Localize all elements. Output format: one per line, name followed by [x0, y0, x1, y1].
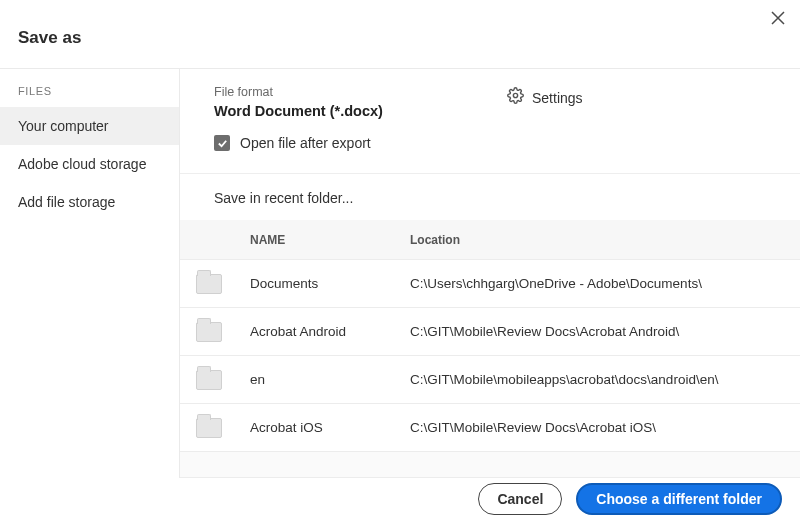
close-button[interactable]	[768, 8, 788, 28]
row-location: C:\GIT\Mobile\Review Docs\Acrobat iOS\	[410, 420, 800, 435]
sidebar-item-label: Your computer	[18, 118, 109, 134]
header-location: Location	[410, 233, 800, 247]
close-icon	[771, 11, 785, 25]
cancel-label: Cancel	[497, 491, 543, 507]
sidebar-heading: FILES	[0, 69, 179, 107]
settings-button[interactable]: Settings	[507, 85, 800, 108]
settings-label: Settings	[532, 90, 583, 106]
folder-icon	[196, 322, 222, 342]
main-panel: File format Word Document (*.docx) Setti…	[180, 69, 800, 478]
row-name: Acrobat Android	[250, 324, 410, 339]
folder-icon	[196, 418, 222, 438]
svg-point-0	[513, 93, 517, 97]
sidebar: FILES Your computer Adobe cloud storage …	[0, 69, 180, 478]
choose-label: Choose a different folder	[596, 491, 762, 507]
recent-folders-table: NAME Location Documents C:\Users\chhgarg…	[180, 220, 800, 478]
dialog-footer: Cancel Choose a different folder	[478, 483, 782, 515]
row-location: C:\Users\chhgarg\OneDrive - Adobe\Docume…	[410, 276, 800, 291]
sidebar-item-label: Add file storage	[18, 194, 115, 210]
choose-folder-button[interactable]: Choose a different folder	[576, 483, 782, 515]
table-empty-row	[180, 452, 800, 478]
checkbox-checked-icon	[214, 135, 230, 151]
table-row[interactable]: Acrobat iOS C:\GIT\Mobile\Review Docs\Ac…	[180, 404, 800, 452]
row-name: Acrobat iOS	[250, 420, 410, 435]
table-row[interactable]: Documents C:\Users\chhgarg\OneDrive - Ad…	[180, 260, 800, 308]
file-format-value: Word Document (*.docx)	[214, 103, 507, 119]
sidebar-item-your-computer[interactable]: Your computer	[0, 107, 179, 145]
dialog-body: FILES Your computer Adobe cloud storage …	[0, 68, 800, 478]
table-row[interactable]: Acrobat Android C:\GIT\Mobile\Review Doc…	[180, 308, 800, 356]
folder-icon	[196, 370, 222, 390]
file-format-label: File format	[214, 85, 507, 99]
sidebar-item-adobe-cloud[interactable]: Adobe cloud storage	[0, 145, 179, 183]
cancel-button[interactable]: Cancel	[478, 483, 562, 515]
open-after-label: Open file after export	[240, 135, 371, 151]
row-location: C:\GIT\Mobile\mobileapps\acrobat\docs\an…	[410, 372, 800, 387]
file-format-block: File format Word Document (*.docx)	[214, 85, 507, 119]
sidebar-item-add-storage[interactable]: Add file storage	[0, 183, 179, 221]
dialog-title: Save as	[0, 0, 800, 68]
row-name: Documents	[250, 276, 410, 291]
table-row[interactable]: en C:\GIT\Mobile\mobileapps\acrobat\docs…	[180, 356, 800, 404]
open-after-export-checkbox[interactable]: Open file after export	[180, 125, 800, 173]
recent-folder-label: Save in recent folder...	[180, 173, 800, 220]
table-header: NAME Location	[180, 220, 800, 260]
header-name: NAME	[250, 233, 410, 247]
sidebar-item-label: Adobe cloud storage	[18, 156, 146, 172]
row-name: en	[250, 372, 410, 387]
folder-icon	[196, 274, 222, 294]
gear-icon	[507, 87, 524, 108]
row-location: C:\GIT\Mobile\Review Docs\Acrobat Androi…	[410, 324, 800, 339]
